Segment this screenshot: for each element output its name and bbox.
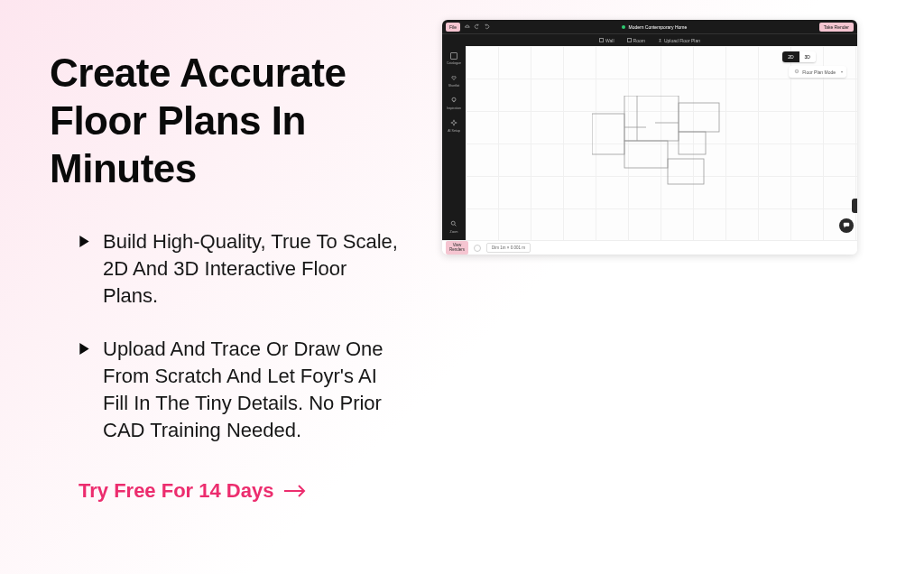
svg-point-1 (452, 97, 456, 101)
app-topbar: File Modern Contemporary Home Take Rende… (442, 20, 857, 33)
sidebar-item-ai-setup[interactable]: AI Setup (444, 116, 464, 135)
svg-point-15 (797, 70, 798, 71)
cloud-save-icon[interactable] (464, 23, 470, 30)
toolbar-room-button[interactable]: Room (627, 38, 645, 43)
side-panel-tab[interactable] (852, 199, 857, 213)
upload-icon (658, 38, 662, 43)
view-toggle: 2D 3D (782, 51, 816, 62)
cta-label: Try Free For 14 Days (79, 479, 273, 503)
toolbar-wall-button[interactable]: Wall (599, 38, 614, 43)
app-toolbar: Wall Room Upload Floor Plan (442, 33, 857, 46)
bullet-item: Upload And Trace Or Draw One From Scratc… (79, 336, 406, 443)
svg-rect-10 (668, 159, 704, 184)
redo-icon[interactable] (484, 23, 490, 30)
bulb-icon (450, 97, 457, 105)
arrow-right-icon (282, 484, 308, 498)
sidebar-item-shortlist[interactable]: Shortlist (444, 71, 464, 90)
sidebar-catalogue-label: Catalogue (447, 61, 461, 65)
svg-rect-8 (679, 103, 719, 132)
view-2d-button[interactable]: 2D (782, 51, 799, 62)
file-menu-button[interactable]: File (446, 23, 460, 32)
play-bullet-icon (79, 235, 90, 251)
toolbar-upload-button[interactable]: Upload Floor Plan (658, 38, 700, 43)
toolbar-upload-label: Upload Floor Plan (664, 38, 700, 43)
undo-icon[interactable] (474, 23, 480, 30)
feature-bullets: Build High-Quality, True To Scale, 2D An… (50, 228, 406, 443)
project-name-label: Modern Contemporary Home (628, 24, 687, 30)
floorplan-app-preview: File Modern Contemporary Home Take Rende… (442, 20, 857, 255)
play-bullet-icon (79, 342, 90, 358)
hero-section: Create Accurate Floor Plans In Minutes B… (0, 0, 433, 574)
room-icon (627, 38, 632, 42)
target-icon (794, 69, 799, 75)
heart-icon (450, 74, 457, 82)
app-preview-column: File Modern Contemporary Home Take Rende… (433, 0, 924, 574)
canvas-area[interactable]: 2D 3D Floor Plan Mode ▾ (466, 46, 857, 240)
toolbar-room-label: Room (633, 38, 645, 43)
hero-headline: Create Accurate Floor Plans In Minutes (50, 50, 406, 192)
project-title: Modern Contemporary Home (622, 24, 687, 30)
sidebar-ai-label: AI Setup (448, 129, 459, 133)
sidebar-item-zoom[interactable]: Zoom (444, 218, 464, 236)
bullet-text: Build High-Quality, True To Scale, 2D An… (103, 228, 406, 309)
sidebar-zoom-label: Zoom (450, 230, 458, 234)
svg-rect-5 (592, 114, 624, 154)
app-bottombar: View Renders Dim 1m × 0.001 m (442, 240, 857, 255)
svg-rect-9 (679, 132, 706, 154)
wall-icon (599, 38, 604, 42)
toolbar-wall-label: Wall (605, 38, 614, 43)
catalogue-icon (450, 52, 457, 60)
view-renders-button[interactable]: View Renders (446, 241, 468, 255)
cta-try-free-link[interactable]: Try Free For 14 Days (79, 479, 308, 503)
svg-line-4 (455, 225, 457, 227)
view-3d-button[interactable]: 3D (799, 51, 816, 62)
topbar-left-group: File (446, 23, 490, 32)
sidebar-shortlist-label: Shortlist (448, 84, 460, 88)
status-dot-icon (622, 25, 625, 29)
sidebar-item-inspiration[interactable]: Inspiration (444, 94, 464, 113)
ai-icon (450, 119, 457, 127)
svg-point-3 (451, 221, 455, 225)
info-icon[interactable] (474, 245, 481, 252)
mode-label: Floor Plan Mode (802, 69, 836, 75)
floorplan-drawing (592, 96, 727, 195)
zoom-icon (450, 220, 457, 228)
app-body: Catalogue Shortlist Inspiration (442, 46, 857, 240)
chat-help-button[interactable] (839, 218, 854, 233)
sidebar-inspiration-label: Inspiration (447, 106, 461, 110)
dimensions-button[interactable]: Dim 1m × 0.001 m (486, 243, 531, 253)
mode-dropdown[interactable]: Floor Plan Mode ▾ (789, 66, 846, 78)
take-render-button[interactable]: Take Render (819, 23, 854, 32)
svg-rect-7 (624, 141, 668, 168)
chevron-down-icon: ▾ (841, 69, 843, 74)
svg-rect-6 (624, 96, 679, 141)
bullet-text: Upload And Trace Or Draw One From Scratc… (103, 336, 406, 443)
app-sidebar: Catalogue Shortlist Inspiration (442, 46, 466, 240)
bullet-item: Build High-Quality, True To Scale, 2D An… (79, 228, 406, 309)
sidebar-item-catalogue[interactable]: Catalogue (444, 50, 464, 68)
